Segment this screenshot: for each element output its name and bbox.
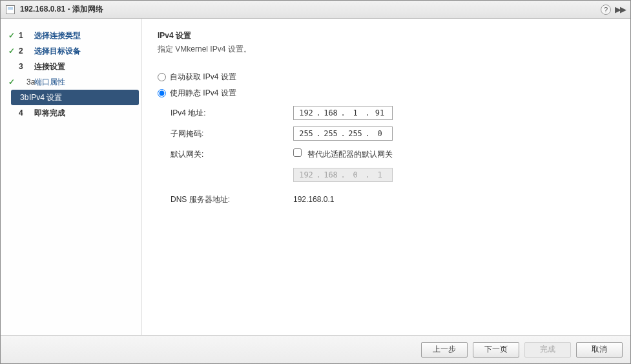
ip-octet[interactable]: 91 <box>370 108 389 117</box>
step-label: 选择目标设备 <box>34 46 81 57</box>
help-icon[interactable]: ? <box>601 5 611 15</box>
gateway-input-row: 192. 168. 0. 1 <box>171 167 615 183</box>
window-title: 192.168.0.81 - 添加网络 <box>20 4 103 15</box>
dns-row: DNS 服务器地址: 192.168.0.1 <box>171 192 615 207</box>
radio-static-label: 使用静态 IPv4 设置 <box>170 88 236 99</box>
ip-octet[interactable]: 192 <box>296 108 316 117</box>
step-number: 2 <box>16 46 34 56</box>
cancel-button[interactable]: 取消 <box>576 342 623 358</box>
gateway-label: 默认网关: <box>171 149 293 160</box>
ip-octet: 1 <box>370 170 389 179</box>
step-label: 端口属性 <box>34 77 65 88</box>
step-target-device[interactable]: ✓ 2 选择目标设备 <box>1 43 141 59</box>
dns-value: 192.168.0.1 <box>293 195 334 204</box>
ipv4-address-input[interactable]: 192. 168. 1. 91 <box>293 106 393 120</box>
subnet-label: 子网掩码: <box>171 128 293 139</box>
section-title: IPv4 设置 <box>158 30 615 41</box>
step-number: 3 <box>16 62 34 71</box>
dialog-window: 192.168.0.81 - 添加网络 ? ▶▶ ✓ 1 选择连接类型 ✓ 2 … <box>0 0 631 364</box>
step-connection-settings[interactable]: 3 连接设置 <box>1 59 141 74</box>
dns-label: DNS 服务器地址: <box>171 194 293 205</box>
step-label: 连接设置 <box>34 61 65 72</box>
step-label: 选择连接类型 <box>34 30 81 41</box>
back-button[interactable]: 上一步 <box>421 342 468 358</box>
titlebar: 192.168.0.81 - 添加网络 ? ▶▶ <box>1 1 630 19</box>
step-connection-type[interactable]: ✓ 1 选择连接类型 <box>1 28 141 43</box>
gateway-row: 默认网关: 替代此适配器的默认网关 <box>171 147 615 162</box>
finish-button: 完成 <box>524 342 571 358</box>
ip-octet: 192 <box>296 170 316 179</box>
ipv4-address-label: IPv4 地址: <box>171 108 293 119</box>
step-port-properties[interactable]: ✓ 3a 端口属性 <box>1 74 141 90</box>
host-icon <box>6 5 15 14</box>
subnet-row: 子网掩码: 255. 255. 255. 0 <box>171 126 615 141</box>
radio-static[interactable] <box>158 89 166 97</box>
gateway-override-label: 替代此适配器的默认网关 <box>307 150 393 159</box>
step-number: 1 <box>16 31 34 40</box>
section-desc: 指定 VMkernel IPv4 设置。 <box>158 44 615 55</box>
ip-octet[interactable]: 168 <box>321 108 340 117</box>
check-icon: ✓ <box>7 46 16 56</box>
dialog-body: ✓ 1 选择连接类型 ✓ 2 选择目标设备 3 连接设置 ✓ 3a 端口属性 <box>1 19 630 335</box>
step-ready-complete[interactable]: 4 即将完成 <box>1 105 141 121</box>
ip-octet[interactable]: 255 <box>346 129 365 138</box>
static-form-block: IPv4 地址: 192. 168. 1. 91 子网掩码: 255. 255.… <box>158 105 615 207</box>
radio-auto[interactable] <box>158 73 166 81</box>
ip-octet[interactable]: 1 <box>346 108 365 117</box>
radio-auto-row: 自动获取 IPv4 设置 <box>158 72 615 83</box>
content-panel: IPv4 设置 指定 VMkernel IPv4 设置。 自动获取 IPv4 设… <box>141 19 630 335</box>
gateway-input: 192. 168. 0. 1 <box>293 168 393 182</box>
check-icon: ✓ <box>7 31 16 40</box>
subnet-input[interactable]: 255. 255. 255. 0 <box>293 126 393 141</box>
ip-octet: 168 <box>321 170 340 179</box>
ip-octet[interactable]: 0 <box>370 129 389 138</box>
radio-auto-label: 自动获取 IPv4 设置 <box>170 72 236 83</box>
expand-icon[interactable]: ▶▶ <box>615 5 625 14</box>
step-ipv4-settings[interactable]: 3b IPv4 设置 <box>11 90 139 105</box>
ip-octet[interactable]: 255 <box>321 129 340 138</box>
step-number: 4 <box>16 108 34 117</box>
ipv4-address-row: IPv4 地址: 192. 168. 1. 91 <box>171 105 615 121</box>
ip-octet: 0 <box>346 170 365 179</box>
next-button[interactable]: 下一页 <box>473 342 519 358</box>
ip-octet[interactable]: 255 <box>296 129 316 138</box>
gateway-override-checkbox[interactable] <box>293 148 302 157</box>
check-icon: ✓ <box>7 77 16 86</box>
step-label: 即将完成 <box>34 108 65 119</box>
step-label: IPv4 设置 <box>29 92 62 103</box>
gateway-override: 替代此适配器的默认网关 <box>293 148 393 160</box>
step-number: 3a <box>16 77 34 86</box>
radio-static-row: 使用静态 IPv4 设置 <box>158 88 615 99</box>
dialog-footer: 上一步 下一页 完成 取消 <box>1 335 630 363</box>
step-number: 3b <box>11 93 29 102</box>
wizard-sidebar: ✓ 1 选择连接类型 ✓ 2 选择目标设备 3 连接设置 ✓ 3a 端口属性 <box>1 19 141 335</box>
